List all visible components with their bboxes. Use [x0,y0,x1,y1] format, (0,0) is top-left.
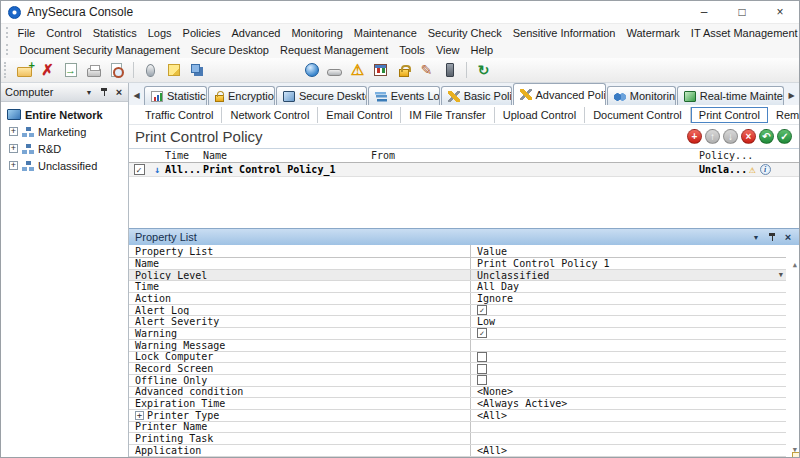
property-value[interactable]: Print Control Policy_1 [471,258,786,269]
property-value[interactable] [471,363,786,374]
delete-button[interactable]: × [741,129,756,144]
property-row-policy-level[interactable]: Policy LevelUnclassified▼ [129,270,786,282]
menu-statistics[interactable]: Statistics [87,27,142,39]
toolbar-delete-button[interactable] [37,60,58,81]
expand-icon[interactable] [9,127,18,136]
toolbar-import-button[interactable] [60,60,81,81]
toolbar-layers-button[interactable] [186,60,207,81]
scroll-up-icon[interactable]: ▲ [793,261,797,269]
property-value[interactable]: <All> [471,445,786,456]
property-value[interactable] [471,433,786,444]
subtab-im-file-transfer[interactable]: IM File Transfer [401,107,494,123]
toolbar-device-button[interactable] [439,60,460,81]
menu-logs[interactable]: Logs [142,27,177,39]
property-value[interactable]: Low [471,316,786,327]
property-row-lock-computer[interactable]: Lock Computer [129,352,786,364]
tree-node-unclassified[interactable]: Unclassified [3,157,126,174]
undo-button[interactable]: ↶ [759,129,774,144]
subtab-network-control[interactable]: Network Control [222,107,318,123]
property-row-printer-name[interactable]: Printer Name [129,422,786,434]
property-value[interactable] [471,328,786,339]
move-up-button[interactable]: ↑ [705,129,720,144]
panel-dropdown-icon[interactable] [751,232,761,242]
dropdown-caret-icon[interactable]: ▼ [779,271,786,279]
toolbar-preview-button[interactable] [106,60,127,81]
menu-security-check[interactable]: Security Check [422,27,507,39]
tab-scroll-left-button[interactable]: ◀ [130,87,143,103]
tab-advanced-policy[interactable]: Advanced Policy [513,83,606,105]
toolbar-network-globe-button[interactable] [301,60,322,81]
property-checkbox[interactable] [477,375,487,385]
property-row-alert-log[interactable]: Alert Log [129,305,786,317]
tab-encryption[interactable]: Encryption [208,86,275,105]
menu-it-asset-management[interactable]: IT Asset Management [685,27,800,39]
menu-secure-desktop[interactable]: Secure Desktop [185,44,274,56]
toolbar-print-button[interactable] [83,60,104,81]
property-checkbox[interactable] [477,328,487,338]
property-row-printing-task[interactable]: Printing Task [129,433,786,445]
property-value[interactable] [471,305,786,316]
toolbar-computer-user-button[interactable] [255,60,276,81]
property-row-application[interactable]: Application<All> [129,445,786,457]
expand-icon[interactable] [9,144,18,153]
property-row-time[interactable]: TimeAll Day [129,281,786,293]
toolbar-lock-button[interactable] [393,60,414,81]
toolbar-mouse-button[interactable] [140,60,161,81]
menu-control[interactable]: Control [41,27,87,39]
property-row-warning[interactable]: Warning [129,328,786,340]
menu-monitoring[interactable]: Monitoring [286,27,348,39]
tree-node-marketing[interactable]: Marketing [3,123,126,140]
menu-sensitive-information[interactable]: Sensitive Information [507,27,621,39]
toolbar-warning-button[interactable] [347,60,368,81]
menu-document-security-management[interactable]: Document Security Management [14,44,185,56]
tree-node-entire-network[interactable]: Entire Network [3,106,126,123]
property-value[interactable]: Ignore [471,293,786,304]
property-value[interactable]: All Day [471,281,786,292]
apply-button[interactable]: ✓ [777,129,792,144]
panel-close-icon[interactable] [114,87,124,97]
property-checkbox[interactable] [477,305,487,315]
tab-statistics[interactable]: Statistics [144,86,207,105]
menu-maintenance[interactable]: Maintenance [348,27,422,39]
property-row-printer-type[interactable]: Printer Type<All> [129,410,786,422]
move-down-button[interactable]: ↓ [723,129,738,144]
expand-icon[interactable] [9,161,18,170]
toolbar-screen-search-button[interactable] [209,60,230,81]
close-button[interactable]: × [761,1,799,23]
tab-events-log[interactable]: Events Log [368,86,440,105]
menu-tools[interactable]: Tools [394,44,431,56]
tab-secure-desktop[interactable]: Secure Desktop [276,86,367,105]
panel-pin-icon[interactable] [99,87,109,97]
subtab-traffic-control[interactable]: Traffic Control [137,107,222,123]
property-row-advanced-condition[interactable]: Advanced condition<None> [129,387,786,399]
panel-pin-icon[interactable] [767,232,777,242]
property-value[interactable]: Unclassified▼ [471,270,786,281]
maximize-button[interactable]: □ [723,1,761,23]
property-row-record-screen[interactable]: Record Screen [129,363,786,375]
subtab-print-control[interactable]: Print Control [691,107,768,123]
property-row-name[interactable]: NamePrint Control Policy_1 [129,258,786,270]
menu-advanced[interactable]: Advanced [226,27,286,39]
expand-icon[interactable] [135,411,144,420]
tab-real-time-mainten[interactable]: Real-time Mainten... [677,86,784,105]
subtab-document-control[interactable]: Document Control [585,107,691,123]
add-button[interactable]: + [687,129,702,144]
property-checkbox[interactable] [477,364,487,374]
property-row-alert-severity[interactable]: Alert SeverityLow [129,316,786,328]
property-checkbox[interactable] [477,352,487,362]
property-value[interactable] [471,340,786,351]
tab-monitoring[interactable]: Monitoring [607,86,676,105]
property-value[interactable] [471,352,786,363]
toolbar-app-window-button[interactable] [370,60,391,81]
panel-close-icon[interactable] [783,232,793,242]
toolbar-storage-button[interactable] [324,60,345,81]
toolbar-refresh-button[interactable] [473,60,494,81]
table-row[interactable]: ↓All...Print Control Policy_1Uncla... [129,163,799,177]
property-value[interactable] [471,422,786,433]
property-row-expiration-time[interactable]: Expiration Time<Always Active> [129,398,786,410]
toolbar-monitor-form-button[interactable] [278,60,299,81]
scroll-down-icon[interactable]: ▼ [793,446,797,454]
toolbar-screen-unlock-button[interactable] [232,60,253,81]
tab-basic-polic[interactable]: Basic Polic [441,86,512,105]
toolbar-open-folder-button[interactable] [14,60,35,81]
